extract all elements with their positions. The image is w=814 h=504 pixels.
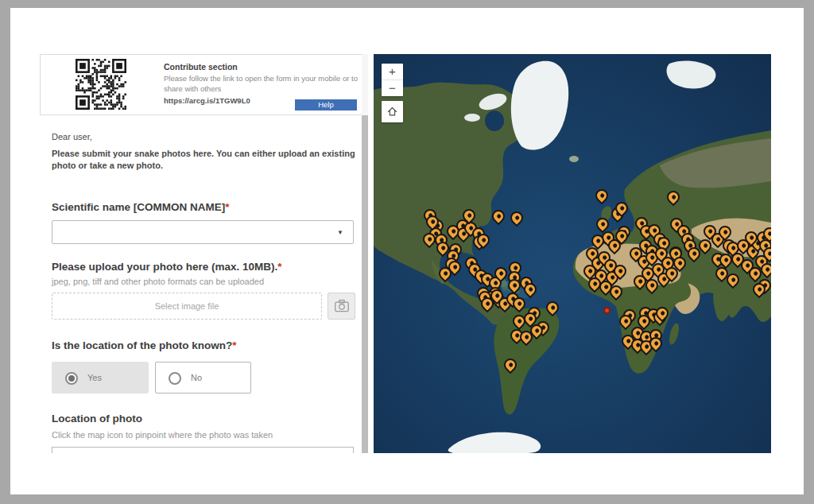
scientific-name-label-text: Scientific name [COMMON NAME] (52, 201, 225, 213)
required-asterisk: * (232, 339, 236, 351)
highlight-point[interactable] (603, 307, 610, 314)
map-pin[interactable] (502, 356, 520, 374)
select-image-file-button[interactable]: Select image file (52, 293, 322, 320)
help-button[interactable]: Help (295, 99, 357, 110)
location-of-photo-label: Location of photo (52, 413, 142, 425)
zoom-in-button[interactable]: + (382, 64, 403, 79)
map-zoom-controls: + − (382, 64, 403, 96)
scientific-name-select[interactable]: ▼ (52, 220, 354, 244)
map-pin[interactable] (544, 299, 562, 317)
location-input-partial[interactable] (52, 447, 354, 453)
map-pin[interactable] (490, 207, 508, 226)
intro-text: Please submit your snake photos here. Yo… (52, 148, 362, 173)
location-known-label-text: Is the location of the photo known? (52, 339, 232, 351)
photo-upload-label-text: Please upload your photo here (max. 10MB… (52, 261, 277, 273)
contribute-description: Please follow the link to open the form … (164, 74, 362, 95)
home-icon (386, 106, 398, 118)
map-canvas[interactable]: + − (374, 54, 771, 453)
location-known-label: Is the location of the photo known?* (52, 339, 237, 351)
form-scrollbar[interactable] (362, 54, 368, 453)
zoom-out-button[interactable]: − (382, 80, 403, 96)
contribute-text-block: Contribute section Please follow the lin… (164, 62, 362, 105)
chevron-down-icon: ▼ (337, 229, 343, 236)
option-no-label: No (191, 373, 202, 382)
option-yes[interactable]: Yes (52, 362, 149, 394)
map-pins (374, 54, 771, 453)
contribute-title: Contribute section (164, 62, 362, 72)
qr-code-icon (76, 59, 126, 110)
radio-unselected-icon (169, 372, 181, 385)
required-asterisk: * (277, 261, 281, 273)
home-button[interactable] (382, 101, 403, 122)
greeting-text: Dear user, (52, 132, 92, 142)
option-yes-label: Yes (87, 373, 102, 382)
scientific-name-label: Scientific name [COMMON NAME]* (52, 201, 230, 213)
photo-upload-label: Please upload your photo here (max. 10MB… (52, 261, 282, 273)
option-no[interactable]: No (155, 362, 251, 394)
qr-code-svg (76, 59, 126, 110)
survey-page: Contribute section Please follow the lin… (0, 0, 814, 504)
radio-selected-icon (65, 372, 78, 385)
photo-upload-hint: jpeg, png, tiff and other photo formats … (52, 277, 264, 286)
camera-icon (334, 299, 350, 313)
map-pin[interactable] (593, 187, 611, 205)
location-of-photo-hint: Click the map icon to pinpoint where the… (52, 430, 273, 440)
contribute-card: Contribute section Please follow the lin… (40, 54, 367, 115)
required-asterisk: * (225, 201, 229, 213)
form-scrollbar-thumb[interactable] (362, 115, 368, 453)
camera-button[interactable] (328, 293, 355, 320)
map-pin[interactable] (665, 188, 683, 207)
map-pin[interactable] (508, 209, 526, 227)
